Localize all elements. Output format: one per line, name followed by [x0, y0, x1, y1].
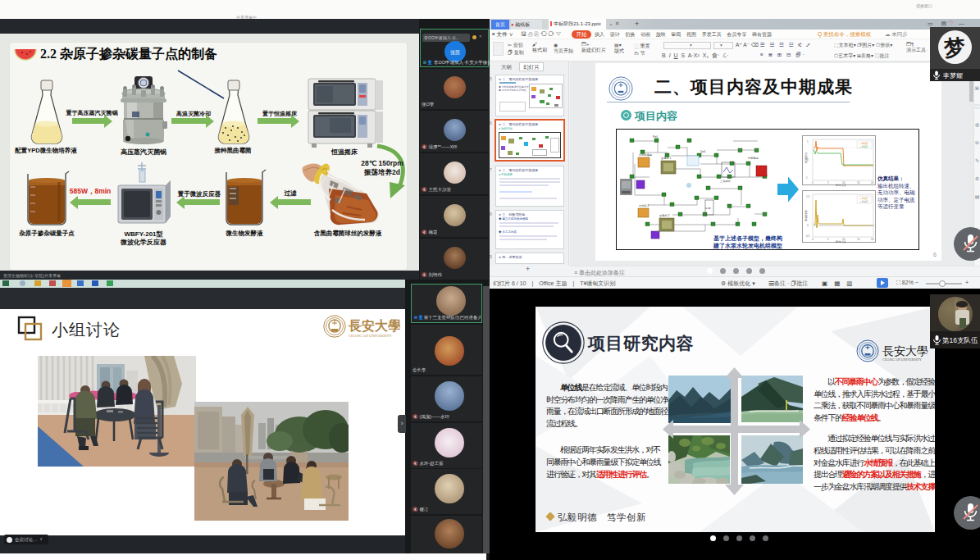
- svg-text:-1: -1: [805, 176, 808, 180]
- svg-text:長安大學: 長安大學: [882, 345, 928, 357]
- svg-text:0: 0: [807, 224, 809, 227]
- svg-text:发电机 2: 发电机 2: [659, 214, 669, 217]
- svg-text:0: 0: [807, 158, 809, 162]
- svg-text:Qw1: Qw1: [700, 150, 706, 153]
- svg-text:发电机 1: 发电机 1: [661, 157, 671, 160]
- svg-text:5: 5: [827, 181, 829, 184]
- svg-text:三相故障: 三相故障: [720, 180, 732, 183]
- svg-text:20: 20: [871, 181, 874, 184]
- svg-text:工况: 工况: [705, 207, 711, 210]
- svg-text:平衡电源: 平衡电源: [748, 157, 759, 160]
- svg-text:电磁转矩: 电磁转矩: [805, 210, 808, 222]
- svg-text:0: 0: [812, 181, 814, 184]
- svg-text:0: 0: [812, 238, 814, 241]
- svg-text:CHANG'AN UNIVERSITY: CHANG'AN UNIVERSITY: [349, 334, 392, 338]
- svg-text:1: 1: [807, 140, 809, 143]
- svg-text:— 机组2: — 机组2: [859, 145, 868, 148]
- svg-text:長安大學: 長安大學: [348, 318, 400, 333]
- svg-text:15: 15: [857, 238, 860, 241]
- svg-text:10: 10: [842, 238, 846, 241]
- svg-text:CHANG'AN UNIVERSITY: CHANG'AN UNIVERSITY: [882, 357, 922, 362]
- svg-text:1.5: 1.5: [806, 195, 810, 198]
- svg-text:Pw1: Pw1: [653, 135, 658, 139]
- svg-text:水轮机 2: 水轮机 2: [639, 204, 649, 207]
- svg-text:15: 15: [857, 181, 860, 184]
- svg-text:-0.5: -0.5: [805, 234, 810, 238]
- svg-text:5: 5: [827, 238, 829, 241]
- svg-text:— 机组2: — 机组2: [859, 200, 868, 203]
- svg-text:水轮机模型: 水轮机模型: [639, 153, 653, 157]
- svg-text:10: 10: [842, 181, 846, 184]
- svg-text:20: 20: [871, 238, 874, 241]
